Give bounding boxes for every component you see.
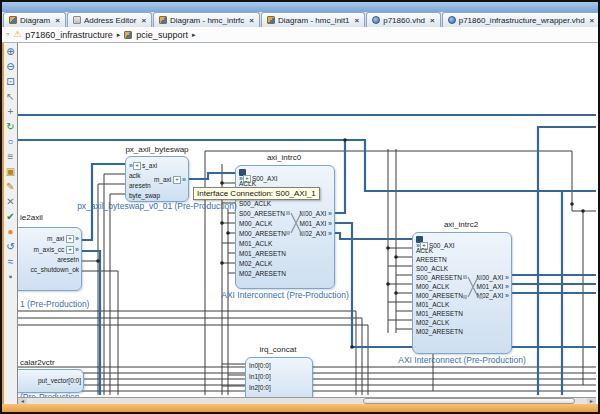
port-m-axi[interactable]: m_axi +»	[47, 235, 79, 243]
interface-pin-icon: »	[328, 230, 332, 237]
port-m01-aclk[interactable]: M01_ACLK	[416, 301, 449, 309]
port-m01-aresetn[interactable]: M01_ARESETN	[239, 250, 286, 258]
interface-pin-icon: »	[505, 283, 509, 290]
block-axi-intrc2[interactable]: »+S00_AXI ACLK ARESETN S00_ACLK S00_ARES…	[412, 232, 512, 354]
package-icon[interactable]: ▣	[5, 166, 17, 178]
close-icon[interactable]: ×	[55, 16, 60, 25]
port-m00-aclk[interactable]: M00_ACLK	[239, 220, 272, 228]
port-m01-aclk[interactable]: M01_ACLK	[239, 240, 272, 248]
zoom-fit-icon[interactable]: ⊡	[5, 76, 17, 88]
expand-icon[interactable]: +	[173, 176, 181, 184]
close-icon[interactable]: ×	[249, 16, 254, 25]
vhd-file-icon	[448, 16, 456, 24]
close-icon[interactable]: ×	[430, 16, 435, 25]
tab-diagram[interactable]: Diagram×	[3, 12, 66, 27]
block-diagram-canvas[interactable]: ie2axil m_axi +» m_axis_cc +» aresetn cc…	[18, 43, 596, 397]
port-aresetn[interactable]: aresetn	[57, 256, 79, 264]
block-title-px-axil-byteswap: px_axil_byteswap	[102, 145, 212, 154]
diagram-icon	[124, 31, 132, 39]
block-px-axil-byteswap[interactable]: »+s_axi aclk aresetn byte_swap m_axi +»	[125, 156, 189, 202]
port-cc-shutdown-ok[interactable]: cc_shutdown_ok	[31, 266, 79, 274]
diagram-toolbar: ⊕ ⊖ ⊡ ↖ + ↻ ○ ≡ ▣ ✎ ✕ ✔ ● ↺ ≈ ▪	[2, 43, 18, 404]
diagram-icon	[267, 16, 275, 24]
block-title-axi-intrc0: axi_intrc0	[235, 153, 333, 162]
port-in0[interactable]: In0[0:0]	[249, 362, 271, 370]
vhd-file-icon	[372, 16, 380, 24]
port-s00-aresetn[interactable]: S00_ARESETN	[239, 210, 285, 218]
clock-wizard-icon[interactable]: ●	[5, 226, 17, 238]
zoom-out-icon[interactable]: ⊖	[5, 61, 17, 73]
expand-icon[interactable]: +	[66, 246, 74, 254]
port-s00-aclk[interactable]: S00_ACLK	[416, 265, 448, 273]
tab-p71860-vhd[interactable]: p71860.vhd×	[366, 12, 441, 27]
port-aresetn[interactable]: ARESETN	[416, 256, 447, 264]
port-m02-aresetn[interactable]: M02_ARESETN	[239, 270, 286, 278]
warning-icon: ⚠	[13, 30, 21, 39]
search-icon[interactable]: ○	[5, 136, 17, 148]
select-pointer-icon[interactable]: ↖	[5, 91, 17, 103]
interface-pin-icon: »	[328, 220, 332, 227]
address-editor-icon	[73, 16, 81, 24]
port-aclk[interactable]: ACLK	[416, 247, 433, 255]
block-label-pcie2axil: 1 (Pre-Production)	[20, 299, 89, 309]
interface-pin-icon: »	[505, 292, 509, 299]
tab-diagram-hmc-init1[interactable]: Diagram - hmc_init1×	[261, 12, 365, 27]
port-m02-aclk[interactable]: M02_ACLK	[239, 260, 272, 268]
port-s-axi[interactable]: »+s_axi	[129, 162, 157, 170]
port-in2[interactable]: In2[0:0]	[249, 384, 271, 392]
auto-layout-icon[interactable]: ↻	[5, 121, 17, 133]
port-m00-aresetn[interactable]: M00_ARESETN	[416, 292, 463, 300]
block-title-axi-intrc2: axi_intrc2	[412, 220, 510, 229]
port-in1[interactable]: In1[0:0]	[249, 373, 271, 381]
pan-icon[interactable]: +	[5, 106, 17, 118]
port-byte-swap[interactable]: byte_swap	[129, 192, 160, 200]
expand-icon[interactable]: +	[133, 162, 141, 170]
port-m-axi[interactable]: m_axi +»	[154, 176, 186, 184]
breadcrumb: ▫ ⚠ p71860_infrastructure ▸ pcie_support…	[2, 27, 598, 43]
close-icon[interactable]: ×	[355, 16, 360, 25]
layers-icon[interactable]: ≡	[5, 151, 17, 163]
close-icon[interactable]: ×	[590, 16, 595, 25]
collapse-icon[interactable]: ▫	[6, 30, 9, 39]
block-label-axi-intrc2: AXI Interconnect (Pre-Production)	[393, 355, 531, 365]
port-m01-aresetn[interactable]: M01_ARESETN	[416, 310, 463, 318]
interface-pin-icon: »	[328, 210, 332, 217]
tab-p71860-infrastructure-wrapper-vhd[interactable]: p71860_infrastructure_wrapper.vhd×	[442, 12, 598, 27]
block-irq-concat[interactable]: In0[0:0] In1[0:0] In2[0:0]	[245, 357, 313, 397]
interface-pin-icon: »	[75, 235, 79, 242]
crossbar-icon	[286, 210, 306, 236]
interface-pin-icon: »	[505, 274, 509, 281]
port-m02-aclk[interactable]: M02_ACLK	[416, 319, 449, 327]
validate-design-icon[interactable]: ✔	[5, 211, 17, 223]
chevron-right-icon: ▸	[117, 31, 121, 39]
close-icon[interactable]: ×	[141, 16, 146, 25]
port-m-axis-cc[interactable]: m_axis_cc +»	[34, 246, 79, 254]
block-scalar2vctr[interactable]: put_vector[0:0]	[18, 369, 84, 393]
port-m00-aresetn[interactable]: M00_ARESETN	[239, 230, 286, 238]
port-s00-aresetn[interactable]: S00_ARESETN	[416, 274, 462, 282]
zoom-in-icon[interactable]: ⊕	[5, 46, 17, 58]
diagram-icon	[9, 16, 17, 24]
port-aresetn[interactable]: aresetn	[129, 182, 151, 190]
breadcrumb-item-pcie-support[interactable]: pcie_support	[136, 30, 188, 40]
port-m00-aclk[interactable]: M00_ACLK	[416, 283, 449, 291]
tab-address-editor[interactable]: Address Editor×	[67, 12, 152, 27]
port-m02-aresetn[interactable]: M02_ARESETN	[416, 328, 463, 336]
vivado-window: Diagram× Address Editor× Diagram - hmc_i…	[0, 0, 600, 414]
breadcrumb-item-infrastructure[interactable]: p71860_infrastructure	[25, 30, 113, 40]
block-label-px-axil-byteswap: px_axil_byteswap_v0_01 (Pre-Production)	[68, 201, 246, 211]
port-output-vector[interactable]: put_vector[0:0]	[38, 377, 81, 385]
expand-icon[interactable]: +	[66, 235, 74, 243]
regenerate-icon[interactable]: ↺	[5, 241, 17, 253]
block-axi-intrc0[interactable]: »+S00_AXI ACLK ARESETN S00_ACLK S00_ARES…	[235, 165, 335, 289]
delete-icon[interactable]: ✕	[5, 196, 17, 208]
crossbar-icon	[463, 274, 483, 300]
component-icon[interactable]: ▪	[5, 271, 17, 283]
port-aclk[interactable]: aclk	[129, 172, 141, 180]
window-bottom-bar	[2, 404, 598, 412]
tab-diagram-hmc-intrfc[interactable]: Diagram - hmc_intrfc×	[153, 12, 260, 27]
block-label-scalar2vctr: (Pre-Production	[20, 392, 80, 397]
block-pcie2axil[interactable]: m_axi +» m_axis_cc +» aresetn cc_shutdow…	[18, 227, 82, 291]
route-icon[interactable]: ≈	[5, 256, 17, 268]
note-icon[interactable]: ✎	[5, 181, 17, 193]
